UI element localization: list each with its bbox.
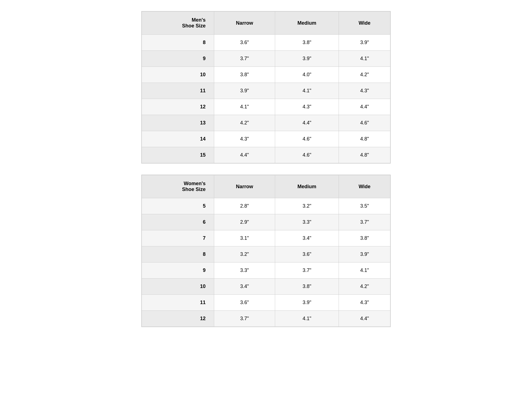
table-row: 11 3.6" 3.9" 4.3" bbox=[142, 295, 390, 311]
narrow-cell: 3.6" bbox=[214, 295, 275, 311]
wide-cell: 4.3" bbox=[339, 83, 390, 99]
mens-size-header: Men'sShoe Size bbox=[142, 12, 214, 35]
medium-cell: 4.6" bbox=[275, 131, 339, 147]
medium-cell: 4.1" bbox=[275, 311, 339, 327]
size-cell: 15 bbox=[142, 147, 214, 163]
table-row: 8 3.6" 3.8" 3.9" bbox=[142, 35, 390, 51]
medium-cell: 4.3" bbox=[275, 99, 339, 115]
size-cell: 10 bbox=[142, 279, 214, 295]
table-row: 6 2.9" 3.3" 3.7" bbox=[142, 214, 390, 230]
size-cell: 8 bbox=[142, 35, 214, 51]
size-cell: 12 bbox=[142, 311, 214, 327]
narrow-cell: 4.4" bbox=[214, 147, 275, 163]
narrow-cell: 3.3" bbox=[214, 262, 275, 279]
narrow-cell: 2.9" bbox=[214, 214, 275, 230]
wide-cell: 4.8" bbox=[339, 131, 390, 147]
womens-size-header: Women'sShoe Size bbox=[142, 175, 214, 198]
table-row: 13 4.2" 4.4" 4.6" bbox=[142, 115, 390, 131]
table-row: 11 3.9" 4.1" 4.3" bbox=[142, 83, 390, 99]
medium-cell: 3.2" bbox=[275, 198, 339, 214]
table-row: 12 3.7" 4.1" 4.4" bbox=[142, 311, 390, 327]
size-cell: 7 bbox=[142, 230, 214, 246]
mens-medium-header: Medium bbox=[275, 12, 339, 35]
table-row: 7 3.1" 3.4" 3.8" bbox=[142, 230, 390, 246]
narrow-cell: 3.7" bbox=[214, 311, 275, 327]
wide-cell: 4.2" bbox=[339, 279, 390, 295]
narrow-cell: 4.1" bbox=[214, 99, 275, 115]
medium-cell: 3.3" bbox=[275, 214, 339, 230]
table-row: 12 4.1" 4.3" 4.4" bbox=[142, 99, 390, 115]
table-row: 10 3.8" 4.0" 4.2" bbox=[142, 67, 390, 83]
size-cell: 10 bbox=[142, 67, 214, 83]
narrow-cell: 3.1" bbox=[214, 230, 275, 246]
mens-wide-header: Wide bbox=[339, 12, 390, 35]
size-cell: 9 bbox=[142, 51, 214, 67]
mens-header-row: Men'sShoe Size Narrow Medium Wide bbox=[142, 12, 390, 35]
medium-cell: 3.4" bbox=[275, 230, 339, 246]
table-row: 10 3.4" 3.8" 4.2" bbox=[142, 279, 390, 295]
mens-narrow-header: Narrow bbox=[214, 12, 275, 35]
wide-cell: 4.3" bbox=[339, 295, 390, 311]
medium-cell: 3.7" bbox=[275, 262, 339, 279]
womens-medium-header: Medium bbox=[275, 175, 339, 198]
medium-cell: 4.4" bbox=[275, 115, 339, 131]
size-cell: 8 bbox=[142, 246, 214, 262]
wide-cell: 3.8" bbox=[339, 230, 390, 246]
size-cell: 6 bbox=[142, 214, 214, 230]
medium-cell: 3.6" bbox=[275, 246, 339, 262]
size-cell: 5 bbox=[142, 198, 214, 214]
medium-cell: 4.0" bbox=[275, 67, 339, 83]
wide-cell: 3.9" bbox=[339, 246, 390, 262]
size-cell: 11 bbox=[142, 295, 214, 311]
wide-cell: 4.6" bbox=[339, 115, 390, 131]
wide-cell: 3.7" bbox=[339, 214, 390, 230]
mens-shoe-size-table: Men'sShoe Size Narrow Medium Wide 8 3.6"… bbox=[141, 11, 391, 164]
medium-cell: 4.1" bbox=[275, 83, 339, 99]
table-row: 15 4.4" 4.6" 4.8" bbox=[142, 147, 390, 163]
wide-cell: 4.2" bbox=[339, 67, 390, 83]
narrow-cell: 3.4" bbox=[214, 279, 275, 295]
medium-cell: 3.9" bbox=[275, 295, 339, 311]
table-row: 8 3.2" 3.6" 3.9" bbox=[142, 246, 390, 262]
wide-cell: 4.4" bbox=[339, 99, 390, 115]
womens-shoe-size-table: Women'sShoe Size Narrow Medium Wide 5 2.… bbox=[141, 175, 391, 327]
narrow-cell: 3.9" bbox=[214, 83, 275, 99]
narrow-cell: 3.7" bbox=[214, 51, 275, 67]
womens-wide-header: Wide bbox=[339, 175, 390, 198]
wide-cell: 4.4" bbox=[339, 311, 390, 327]
medium-cell: 3.8" bbox=[275, 279, 339, 295]
narrow-cell: 2.8" bbox=[214, 198, 275, 214]
narrow-cell: 3.8" bbox=[214, 67, 275, 83]
medium-cell: 3.9" bbox=[275, 51, 339, 67]
size-cell: 11 bbox=[142, 83, 214, 99]
wide-cell: 3.9" bbox=[339, 35, 390, 51]
size-cell: 9 bbox=[142, 262, 214, 279]
size-cell: 14 bbox=[142, 131, 214, 147]
womens-header-row: Women'sShoe Size Narrow Medium Wide bbox=[142, 175, 390, 198]
table-row: 9 3.7" 3.9" 4.1" bbox=[142, 51, 390, 67]
wide-cell: 4.1" bbox=[339, 262, 390, 279]
womens-narrow-header: Narrow bbox=[214, 175, 275, 198]
narrow-cell: 4.3" bbox=[214, 131, 275, 147]
table-row: 5 2.8" 3.2" 3.5" bbox=[142, 198, 390, 214]
narrow-cell: 3.6" bbox=[214, 35, 275, 51]
wide-cell: 3.5" bbox=[339, 198, 390, 214]
size-cell: 12 bbox=[142, 99, 214, 115]
table-row: 9 3.3" 3.7" 4.1" bbox=[142, 262, 390, 279]
medium-cell: 4.6" bbox=[275, 147, 339, 163]
size-cell: 13 bbox=[142, 115, 214, 131]
narrow-cell: 4.2" bbox=[214, 115, 275, 131]
narrow-cell: 3.2" bbox=[214, 246, 275, 262]
wide-cell: 4.8" bbox=[339, 147, 390, 163]
table-row: 14 4.3" 4.6" 4.8" bbox=[142, 131, 390, 147]
medium-cell: 3.8" bbox=[275, 35, 339, 51]
wide-cell: 4.1" bbox=[339, 51, 390, 67]
